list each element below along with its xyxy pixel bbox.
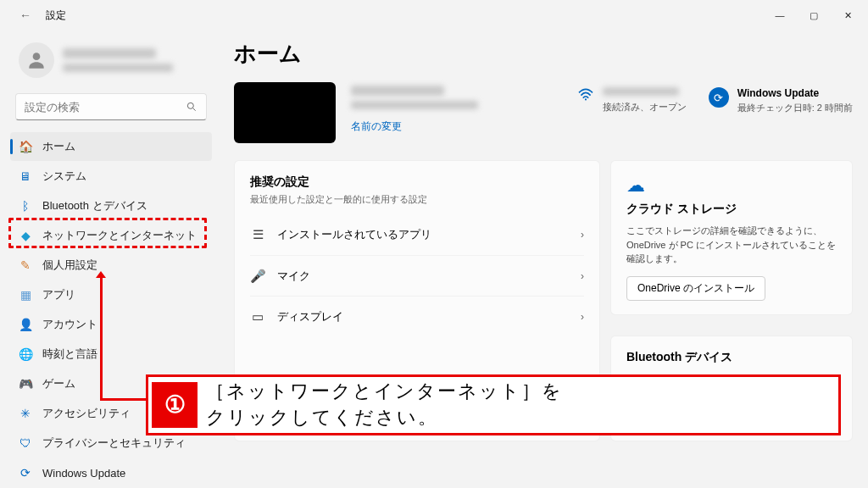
recommended-row-label: マイク — [277, 269, 310, 284]
bluetooth-title: Bluetooth デバイス — [626, 350, 837, 365]
sidebar-item-home[interactable]: 🏠ホーム — [10, 132, 212, 161]
title-bar: ← 設定 — ▢ ✕ — [0, 0, 868, 30]
rename-link[interactable]: 名前の変更 — [351, 119, 478, 134]
minimize-button[interactable]: — — [763, 3, 797, 27]
svg-line-2 — [193, 108, 196, 111]
sidebar-item-network[interactable]: ◆ネットワークとインターネット — [10, 221, 212, 250]
hero-section: 名前の変更 接続済み、オープン ⟳ Windows Update — [234, 82, 853, 143]
recommended-row-mic[interactable]: 🎤マイク› — [250, 255, 584, 296]
search-box[interactable] — [15, 93, 207, 120]
recommended-sub: 最近使用した設定と一般的に使用する設定 — [250, 193, 584, 206]
wifi-icon — [577, 87, 594, 105]
page-title: ホーム — [234, 39, 853, 69]
system-icon: 🖥 — [19, 169, 32, 183]
chevron-right-icon: › — [581, 270, 584, 282]
annotation-callout: ① ［ネットワークとインターネット］を クリックしてください。 — [146, 374, 841, 435]
update-title: Windows Update — [737, 87, 853, 99]
svg-point-0 — [33, 53, 41, 60]
sidebar-item-apps[interactable]: ▦アプリ — [10, 280, 212, 309]
window-controls: — ▢ ✕ — [763, 3, 865, 27]
device-meta: 名前の変更 — [351, 82, 478, 134]
chevron-right-icon: › — [581, 311, 584, 323]
recommended-row-label: ディスプレイ — [277, 309, 343, 324]
recommended-row-apps[interactable]: ☰インストールされているアプリ› — [250, 214, 584, 255]
sidebar-item-label: 個人用設定 — [42, 258, 97, 273]
privacy-icon: 🛡 — [19, 436, 32, 450]
cloud-description: ここでストレージの詳細を確認できるように、OneDrive が PC にインスト… — [626, 224, 837, 266]
back-button[interactable]: ← — [14, 3, 37, 27]
annotation-connector-v — [100, 276, 103, 401]
home-icon: 🏠 — [19, 140, 32, 153]
close-button[interactable]: ✕ — [831, 3, 865, 27]
bluetooth-icon: ᛒ — [19, 199, 32, 213]
windows-update-block[interactable]: ⟳ Windows Update 最終チェック日時: 2 時間前 — [709, 87, 853, 114]
annotation-text: ［ネットワークとインターネット］を クリックしてください。 — [201, 377, 568, 433]
sidebar-item-label: アプリ — [42, 287, 75, 302]
apps-icon: ☰ — [250, 227, 265, 242]
sidebar-item-label: ホーム — [42, 139, 75, 154]
svg-point-1 — [187, 103, 193, 108]
gaming-icon: 🎮 — [19, 377, 32, 391]
device-thumbnail — [234, 82, 336, 143]
search-icon — [186, 101, 198, 113]
cloud-icon: ☁ — [626, 175, 837, 197]
annotation-connector-h — [100, 398, 147, 401]
sidebar-item-label: Bluetooth とデバイス — [42, 198, 147, 214]
update-icon: ⟳ — [19, 466, 32, 480]
annotation-number-badge: ① — [152, 382, 198, 428]
recommended-title: 推奨の設定 — [250, 175, 584, 190]
mic-icon: 🎤 — [250, 269, 265, 284]
display-icon: ▭ — [250, 309, 265, 324]
maximize-button[interactable]: ▢ — [797, 3, 831, 27]
cloud-title: クラウド ストレージ — [626, 202, 837, 217]
sidebar-item-personalization[interactable]: ✎個人用設定 — [10, 251, 212, 280]
personalization-icon: ✎ — [19, 258, 32, 272]
wifi-status-text: 接続済み、オープン — [603, 101, 687, 114]
network-icon: ◆ — [19, 229, 32, 242]
recommended-row-label: インストールされているアプリ — [277, 227, 431, 242]
accessibility-icon: ✳ — [19, 407, 32, 420]
update-subtext: 最終チェック日時: 2 時間前 — [737, 102, 853, 114]
person-icon — [25, 49, 47, 71]
time-icon: 🌐 — [19, 347, 32, 361]
onedrive-install-button[interactable]: OneDrive のインストール — [626, 276, 765, 301]
sidebar-item-label: ネットワークとインターネット — [42, 228, 197, 243]
recommended-row-display[interactable]: ▭ディスプレイ› — [250, 296, 584, 336]
sidebar-item-label: アクセシビリティ — [42, 406, 131, 421]
app-title: 設定 — [46, 8, 66, 23]
sidebar-item-label: 時刻と言語 — [42, 347, 97, 362]
search-input[interactable] — [25, 101, 186, 114]
sidebar-item-label: アカウント — [42, 317, 97, 332]
account-text — [63, 48, 173, 72]
sidebar-item-label: Windows Update — [42, 467, 125, 480]
sidebar-item-bluetooth[interactable]: ᛒBluetooth とデバイス — [10, 191, 212, 220]
apps-icon: ▦ — [19, 288, 32, 302]
sidebar-item-accounts[interactable]: 👤アカウント — [10, 310, 212, 339]
account-header[interactable] — [10, 30, 212, 93]
accounts-icon: 👤 — [19, 318, 32, 331]
avatar — [19, 42, 54, 78]
annotation-arrowhead — [96, 271, 106, 278]
wifi-status-block[interactable]: 接続済み、オープン — [577, 87, 687, 114]
update-icon: ⟳ — [709, 87, 729, 108]
chevron-right-icon: › — [581, 229, 584, 241]
sidebar-item-time[interactable]: 🌐時刻と言語 — [10, 340, 212, 369]
sidebar-item-label: システム — [42, 169, 86, 184]
sidebar-item-label: プライバシーとセキュリティ — [42, 435, 186, 451]
sidebar-item-label: ゲーム — [42, 376, 75, 391]
svg-point-3 — [585, 98, 587, 100]
sidebar-item-system[interactable]: 🖥システム — [10, 162, 212, 191]
sidebar-item-update[interactable]: ⟳Windows Update — [10, 458, 212, 487]
cloud-storage-card: ☁ クラウド ストレージ ここでストレージの詳細を確認できるように、OneDri… — [610, 160, 853, 315]
